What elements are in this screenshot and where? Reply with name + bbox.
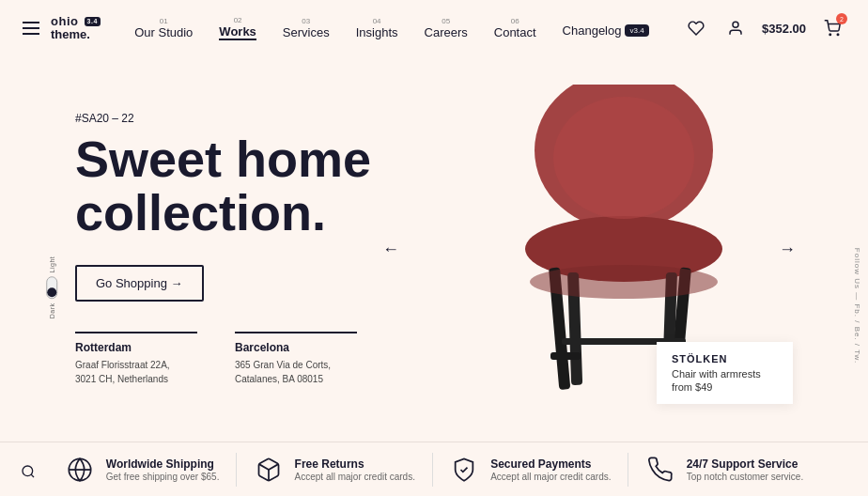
carousel-next-button[interactable]: → (772, 234, 802, 264)
svg-point-2 (837, 34, 839, 36)
svg-point-5 (553, 97, 694, 219)
feature-divider-1 (236, 453, 237, 487)
nav-changelog[interactable]: Changelog v3.4 (563, 20, 649, 38)
free-returns-icon (254, 455, 284, 485)
nav-item-works[interactable]: 02 Works (219, 16, 256, 40)
worldwide-shipping-icon (65, 455, 95, 485)
hero-content: #SA20 – 22 Sweet home collection. Go Sho… (75, 112, 371, 386)
feature-secured-payments: Secured Payments Accept all major credit… (449, 455, 611, 485)
svg-point-1 (829, 34, 831, 36)
side-follow-text: Follow Us — Fb. / Be. / Tw. (854, 247, 862, 363)
svg-rect-10 (550, 352, 581, 360)
nav-item-insights[interactable]: 04 Insights (356, 17, 398, 39)
nav-right: $352.00 2 (683, 15, 845, 41)
logo-theme: theme. (51, 28, 101, 41)
hero-locations: Rotterdam Graaf Florisstraat 22A,3021 CH… (75, 332, 371, 386)
svg-point-13 (530, 265, 718, 299)
dark-label: Dark (49, 302, 55, 318)
nav-item-services[interactable]: 03 Services (283, 17, 330, 39)
location-city: Rotterdam (75, 341, 197, 354)
feature-secured-payments-text: Secured Payments Accept all major credit… (490, 457, 611, 482)
cart-button[interactable]: 2 (819, 15, 845, 41)
location-address: 365 Gran Via de Corts,Catalanes, BA 0801… (235, 358, 357, 386)
nav-item-careers[interactable]: 05 Careers (425, 17, 468, 39)
feature-worldwide-shipping: Worldwide Shipping Get free shipping ove… (65, 455, 220, 485)
features-footer: Worldwide Shipping Get free shipping ove… (0, 442, 868, 496)
location-barcelona: Barcelona 365 Gran Via de Corts,Catalane… (235, 332, 357, 386)
product-price: from $49 (672, 381, 778, 393)
nav-item-contact[interactable]: 06 Contact (494, 17, 536, 39)
product-description: Chair with armrests (672, 368, 778, 380)
logo[interactable]: ohio 3.4 theme. (51, 15, 101, 42)
nav-item-our-studio[interactable]: 01 Our Studio (134, 17, 193, 39)
feature-free-returns: Free Returns Accept all major credit car… (254, 455, 415, 485)
svg-point-17 (23, 466, 33, 476)
product-name: STÖLKEN (672, 353, 778, 364)
toggle-bar[interactable] (46, 276, 57, 299)
hero-section: Dark Light #SA20 – 22 Sweet home collect… (0, 56, 868, 442)
feature-divider-2 (432, 453, 433, 487)
location-rotterdam: Rotterdam Graaf Florisstraat 22A,3021 CH… (75, 332, 197, 386)
support-icon (645, 455, 675, 485)
product-card: STÖLKEN Chair with armrests from $49 (657, 342, 793, 404)
secured-payments-icon (449, 455, 479, 485)
bottom-search-button[interactable] (21, 464, 36, 483)
feature-worldwide-text: Worldwide Shipping Get free shipping ove… (106, 457, 220, 482)
feature-free-returns-text: Free Returns Accept all major credit car… (295, 457, 415, 482)
feature-support: 24/7 Support Service Top notch customer … (645, 455, 804, 485)
location-city: Barcelona (235, 341, 357, 354)
light-label: Light (49, 256, 55, 273)
navbar: ohio 3.4 theme. 01 Our Studio 02 Works 0… (0, 0, 868, 56)
nav-left: ohio 3.4 theme. (23, 15, 101, 42)
svg-line-18 (31, 474, 34, 477)
logo-ohio: ohio 3.4 (51, 15, 101, 28)
account-button[interactable] (722, 15, 749, 41)
feature-divider-3 (628, 453, 628, 487)
svg-point-0 (733, 22, 738, 27)
carousel-prev-button[interactable]: ← (376, 234, 406, 264)
hamburger-menu[interactable] (23, 22, 39, 35)
nav-center: 01 Our Studio 02 Works 03 Services 04 In… (134, 16, 648, 40)
toggle-knob (47, 287, 56, 297)
go-shopping-button[interactable]: Go Shopping → (75, 265, 204, 302)
feature-support-text: 24/7 Support Service Top notch customer … (687, 457, 804, 482)
hero-image: STÖLKEN Chair with armrests from $49 (455, 66, 793, 432)
hero-title: Sweet home collection. (75, 132, 371, 239)
cart-badge: 2 (836, 13, 847, 24)
hero-tag: #SA20 – 22 (75, 112, 371, 125)
side-text-container: Follow Us — Fb. / Be. / Tw. (847, 113, 868, 442)
theme-toggle[interactable]: Dark Light (46, 256, 57, 318)
wishlist-button[interactable] (683, 15, 709, 41)
location-address: Graaf Florisstraat 22A,3021 CH, Netherla… (75, 358, 197, 386)
cart-price: $352.00 (762, 22, 806, 36)
